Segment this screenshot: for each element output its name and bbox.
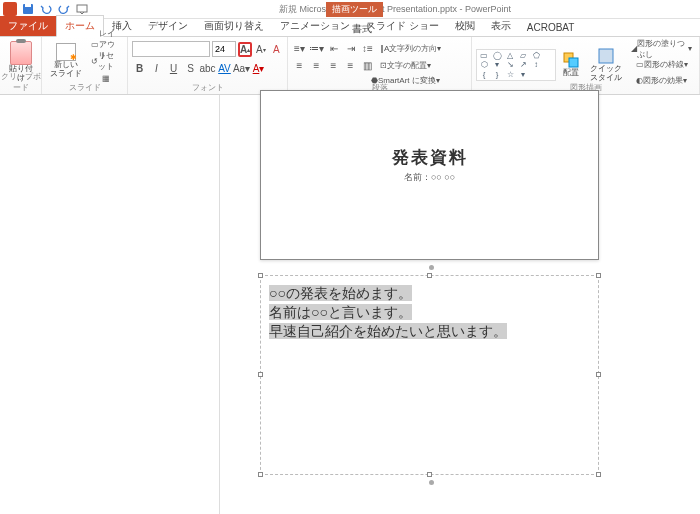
tab-acrobat[interactable]: ACROBAT [519, 19, 583, 36]
indent-dec-button[interactable]: ⇤ [326, 41, 341, 56]
resize-handle[interactable] [596, 273, 601, 278]
quickstyle-label: クイック スタイル [590, 65, 622, 83]
svg-rect-1 [25, 4, 31, 7]
align-left-button[interactable]: ≡ [292, 58, 307, 73]
group-paragraph: ≡▾ ≔▾ ⇤ ⇥ ↕≡ ‖A 文字列の方向 ▾ ≡ ≡ ≡ ≡ ▥ ⊡ 文字の… [288, 37, 472, 94]
decrease-font-button[interactable]: A▾ [254, 42, 267, 57]
columns-button[interactable]: ▥ [360, 58, 375, 73]
tab-view[interactable]: 表示 [483, 16, 519, 36]
group-label-clipboard: クリップボード [0, 71, 41, 93]
group-font: A▴ A▾ A B I U S abc AV Aa▾ A▾ フォント [128, 37, 288, 94]
resize-handle[interactable] [258, 372, 263, 377]
text-direction-button[interactable]: ‖A 文字列の方向 ▾ [377, 41, 444, 56]
align-center-button[interactable]: ≡ [309, 58, 324, 73]
window-title: 新規 Microsoft PowerPoint Presentation.ppt… [92, 3, 698, 16]
svg-rect-5 [599, 49, 613, 63]
powerpoint-icon [2, 1, 18, 17]
resize-handle[interactable] [258, 273, 263, 278]
font-color-button[interactable]: A▾ [251, 61, 266, 76]
shape-fill-button[interactable]: ◢ 図形の塗りつぶし ▾ [628, 41, 695, 56]
reset-label: リセット [98, 50, 120, 72]
resize-handle[interactable] [596, 472, 601, 477]
notes-textbox[interactable]: ○○の発表を始めます。 名前は○○と言います。 早速自己紹介を始めたいと思います… [260, 275, 599, 475]
font-size-combo[interactable] [212, 41, 236, 57]
group-clipboard: 貼り付け クリップボード [0, 37, 42, 94]
tab-design[interactable]: デザイン [140, 16, 196, 36]
shape-outline-button[interactable]: ▭ 図形の枠線 ▾ [628, 57, 695, 72]
quick-style-button[interactable]: クイック スタイル [586, 45, 626, 85]
new-slide-icon [56, 43, 76, 61]
tab-format[interactable]: 書式 [346, 19, 378, 39]
tab-file[interactable]: ファイル [0, 16, 56, 36]
contextual-tab-label: 描画ツール [326, 2, 383, 17]
note-line-3[interactable]: 早速自己紹介を始めたいと思います。 [269, 323, 507, 339]
resize-handle[interactable] [427, 273, 432, 278]
undo-icon[interactable] [38, 1, 54, 17]
quickstyle-icon [597, 47, 615, 65]
note-line-2[interactable]: 名前は○○と言います。 [269, 304, 412, 320]
slide-title[interactable]: 発表資料 [261, 146, 598, 169]
guide-dot [429, 265, 434, 270]
group-drawing: ▭◯△▱⬠⬡▾ ↘↗↕{}☆▾ 配置 クイック スタイル ◢ 図形の塗りつぶし … [472, 37, 700, 94]
svg-rect-2 [77, 5, 87, 12]
bullets-button[interactable]: ≡▾ [292, 41, 307, 56]
textalign-label: 文字の配置 [387, 60, 427, 71]
guide-dot [429, 480, 434, 485]
spacing-button[interactable]: AV [217, 61, 232, 76]
tab-transitions[interactable]: 画面切り替え [196, 16, 272, 36]
outline-label: 図形の枠線 [644, 59, 684, 70]
italic-button[interactable]: I [149, 61, 164, 76]
increase-font-button[interactable]: A▴ [238, 42, 252, 57]
clear-format-button[interactable]: A [270, 42, 283, 57]
font-family-combo[interactable] [132, 41, 210, 57]
svg-rect-4 [569, 58, 578, 67]
group-slides: 新しい スライド ▭ レイアウト ↺ リセット ▦ スライド [42, 37, 128, 94]
case-button[interactable]: Aa▾ [234, 61, 249, 76]
shadow-button[interactable]: abc [200, 61, 215, 76]
align-right-button[interactable]: ≡ [326, 58, 341, 73]
workspace: 発表資料 名前：○○ ○○ ○○の発表を始めます。 名前は○○と言います。 早速… [0, 95, 700, 514]
slide-preview[interactable]: 発表資料 名前：○○ ○○ [260, 90, 599, 260]
line-spacing-button[interactable]: ↕≡ [360, 41, 375, 56]
group-label-slides: スライド [42, 82, 127, 93]
shapes-gallery[interactable]: ▭◯△▱⬠⬡▾ ↘↗↕{}☆▾ [476, 49, 556, 81]
numbering-button[interactable]: ≔▾ [309, 41, 324, 56]
thumbnail-panel[interactable] [0, 95, 220, 514]
new-slide-button[interactable]: 新しい スライド [46, 41, 86, 81]
slide-canvas[interactable]: 発表資料 名前：○○ ○○ ○○の発表を始めます。 名前は○○と言います。 早速… [220, 95, 700, 514]
reset-button[interactable]: ↺ リセット [88, 54, 123, 69]
resize-handle[interactable] [427, 472, 432, 477]
bold-button[interactable]: B [132, 61, 147, 76]
resize-handle[interactable] [258, 472, 263, 477]
new-slide-label: 新しい スライド [50, 61, 82, 79]
save-icon[interactable] [20, 1, 36, 17]
underline-button[interactable]: U [166, 61, 181, 76]
arrange-label: 配置 [563, 69, 579, 78]
note-line-1[interactable]: ○○の発表を始めます。 [269, 285, 412, 301]
ribbon: 貼り付け クリップボード 新しい スライド ▭ レイアウト ↺ リセット ▦ ス… [0, 37, 700, 95]
text-align-button[interactable]: ⊡ 文字の配置 ▾ [377, 58, 434, 73]
resize-handle[interactable] [596, 372, 601, 377]
strikethrough-button[interactable]: S [183, 61, 198, 76]
tab-review[interactable]: 校閲 [447, 16, 483, 36]
indent-inc-button[interactable]: ⇥ [343, 41, 358, 56]
paste-icon [10, 41, 32, 65]
arrange-icon [562, 51, 580, 69]
justify-button[interactable]: ≡ [343, 58, 358, 73]
arrange-button[interactable]: 配置 [558, 49, 584, 80]
slide-subtitle[interactable]: 名前：○○ ○○ [261, 171, 598, 184]
textdir-label: 文字列の方向 [389, 43, 437, 54]
tab-home[interactable]: ホーム [56, 15, 104, 37]
